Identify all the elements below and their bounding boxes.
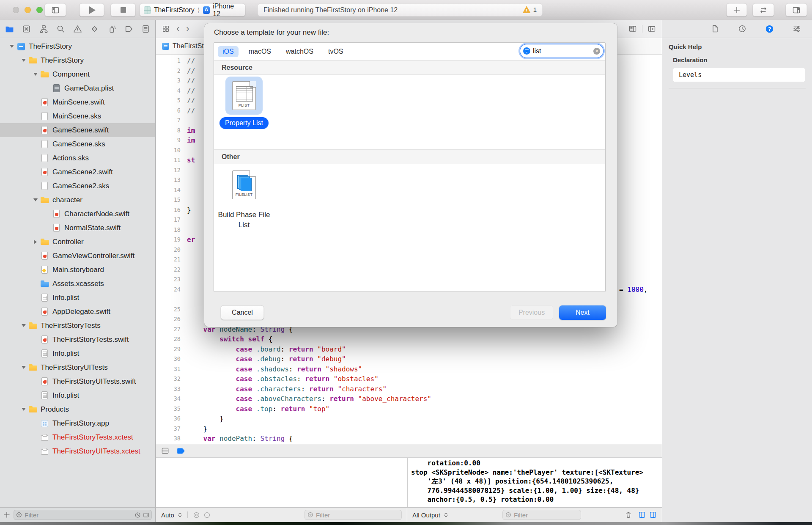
warning-badge[interactable]: 1: [523, 6, 537, 13]
navigator-filter-field[interactable]: Filter: [14, 510, 152, 520]
toggle-navigator-button[interactable]: [45, 3, 66, 16]
code-token: //: [187, 107, 195, 115]
zoom-window-button[interactable]: [36, 7, 43, 13]
file-tree-item[interactable]: TheFirstStoryUITests.swift: [0, 374, 155, 388]
add-editor-icon[interactable]: [647, 25, 656, 33]
disclosure-triangle[interactable]: [32, 240, 39, 244]
line-number: 27: [156, 324, 184, 335]
file-tree-item[interactable]: CharacterNode.swift: [0, 207, 155, 221]
file-tree-item[interactable]: AppDelegate.swift: [0, 305, 155, 319]
report-navigator-icon[interactable]: [141, 25, 150, 33]
file-tree-item[interactable]: MainScene.sks: [0, 109, 155, 123]
tab-tvos[interactable]: tvOS: [324, 46, 348, 57]
file-tree-item[interactable]: Main.storyboard: [0, 263, 155, 277]
clear-console-trash-icon[interactable]: [625, 511, 632, 519]
quick-help-inspector-icon[interactable]: ?: [765, 25, 774, 33]
code-line: 28 switch self {: [156, 334, 662, 344]
console-output-select[interactable]: All Output: [412, 511, 440, 519]
next-button[interactable]: Next: [559, 305, 606, 320]
file-tree-item[interactable]: GameScene2.swift: [0, 165, 155, 179]
file-tree-item[interactable]: TheFirstStoryTests.xctest: [0, 430, 155, 444]
breakpoint-navigator-icon[interactable]: [124, 25, 133, 33]
template-search-field[interactable]: list ×: [520, 44, 603, 58]
previous-button[interactable]: Previous: [510, 305, 553, 320]
disclosure-triangle[interactable]: [32, 198, 39, 201]
file-tree-item[interactable]: TheFirstStory.app: [0, 416, 155, 430]
file-tree-item[interactable]: TheFirstStory: [0, 39, 155, 53]
file-tree-item[interactable]: TheFirstStoryTests.swift: [0, 333, 155, 346]
attributes-inspector-icon[interactable]: [793, 25, 801, 33]
library-add-button[interactable]: [727, 3, 747, 16]
source-control-status-icon[interactable]: [143, 512, 149, 518]
issue-navigator-icon[interactable]: [73, 25, 82, 33]
file-tree-item[interactable]: TheFirstStoryUITests.xctest: [0, 444, 155, 458]
clear-search-icon[interactable]: ×: [593, 48, 600, 55]
file-tree-item[interactable]: Info.plist: [0, 291, 155, 305]
file-tree-item[interactable]: TheFirstStoryUITests: [0, 360, 155, 374]
cancel-button[interactable]: Cancel: [221, 305, 264, 320]
file-tree-item[interactable]: Controller: [0, 235, 155, 249]
symbol-navigator-icon[interactable]: [39, 25, 48, 33]
info-icon[interactable]: [203, 511, 211, 519]
file-tree-item[interactable]: Assets.xcassets: [0, 277, 155, 291]
minimize-window-button[interactable]: [25, 7, 31, 13]
run-button[interactable]: [80, 3, 104, 16]
close-window-button[interactable]: [13, 7, 19, 13]
disclosure-triangle[interactable]: [20, 366, 27, 369]
tab-ios[interactable]: iOS: [218, 46, 239, 57]
console-filter-field[interactable]: Filter: [502, 510, 581, 520]
toggle-inspector-button[interactable]: [786, 3, 807, 16]
code-token: //: [187, 67, 195, 75]
project-navigator-icon[interactable]: [5, 25, 14, 33]
breakpoints-enabled-icon[interactable]: [177, 447, 186, 455]
variables-view[interactable]: [156, 458, 408, 507]
find-navigator-icon[interactable]: [56, 25, 65, 33]
variables-scope-select[interactable]: Auto: [161, 511, 174, 519]
line-number: 20: [156, 245, 184, 255]
file-tree-item[interactable]: GameViewController.swift: [0, 249, 155, 263]
file-tree-item[interactable]: Component: [0, 67, 155, 81]
variables-filter-field[interactable]: Filter: [304, 510, 402, 520]
tab-macos[interactable]: macOS: [244, 46, 276, 57]
disclosure-triangle[interactable]: [32, 73, 39, 76]
history-inspector-icon[interactable]: [738, 25, 746, 33]
show-variables-pane-icon[interactable]: [638, 511, 646, 519]
file-tree-item[interactable]: Info.plist: [0, 388, 155, 402]
disclosure-triangle[interactable]: [20, 324, 27, 327]
file-tree-item[interactable]: GameData.plist: [0, 81, 155, 95]
add-file-icon[interactable]: [3, 511, 10, 518]
template-item[interactable]: PLISTProperty List: [216, 77, 272, 147]
tab-watchos[interactable]: watchOS: [281, 46, 318, 57]
file-tree-item[interactable]: Products: [0, 402, 155, 416]
stop-button[interactable]: [111, 3, 135, 16]
disclosure-triangle[interactable]: [8, 45, 15, 48]
adjust-editor-options-icon[interactable]: [628, 25, 637, 33]
file-tree-item[interactable]: GameScene.swift: [0, 123, 155, 137]
source-control-navigator-icon[interactable]: [22, 25, 31, 33]
hide-debug-area-icon[interactable]: [161, 447, 169, 455]
test-navigator-icon[interactable]: [90, 25, 99, 33]
file-tree-item[interactable]: character: [0, 193, 155, 207]
disclosure-triangle[interactable]: [20, 59, 27, 62]
file-tree-item[interactable]: NormalState.swift: [0, 221, 155, 235]
file-tree-item[interactable]: GameScene.sks: [0, 137, 155, 151]
debug-navigator-icon[interactable]: [107, 25, 116, 33]
file-tree-item[interactable]: TheFirstStoryTests: [0, 319, 155, 333]
quicklook-eye-icon[interactable]: [193, 511, 200, 519]
go-forward-icon[interactable]: ›: [186, 24, 189, 33]
disclosure-triangle[interactable]: [20, 408, 27, 411]
file-tree-item[interactable]: MainScene.swift: [0, 95, 155, 109]
file-tree-item[interactable]: TheFirstStory: [0, 53, 155, 67]
template-item[interactable]: FILELISTBuild Phase File List: [216, 166, 272, 230]
file-tree-item[interactable]: GameScene2.sks: [0, 179, 155, 193]
go-back-icon[interactable]: ‹: [176, 24, 179, 33]
tab-overview-icon[interactable]: [162, 25, 170, 33]
file-inspector-icon[interactable]: [711, 25, 719, 33]
file-tree-item[interactable]: Actions.sks: [0, 151, 155, 165]
show-console-pane-icon[interactable]: [649, 511, 657, 519]
console-output[interactable]: rotation:0.00stop <SKSpriteNode> name:'t…: [408, 458, 662, 507]
scheme-selector[interactable]: TheFirstStory ⟩ iPhone 12: [140, 3, 245, 16]
code-review-button[interactable]: [753, 3, 774, 16]
recent-files-clock-icon[interactable]: [134, 512, 141, 518]
file-tree-item[interactable]: Info.plist: [0, 346, 155, 360]
